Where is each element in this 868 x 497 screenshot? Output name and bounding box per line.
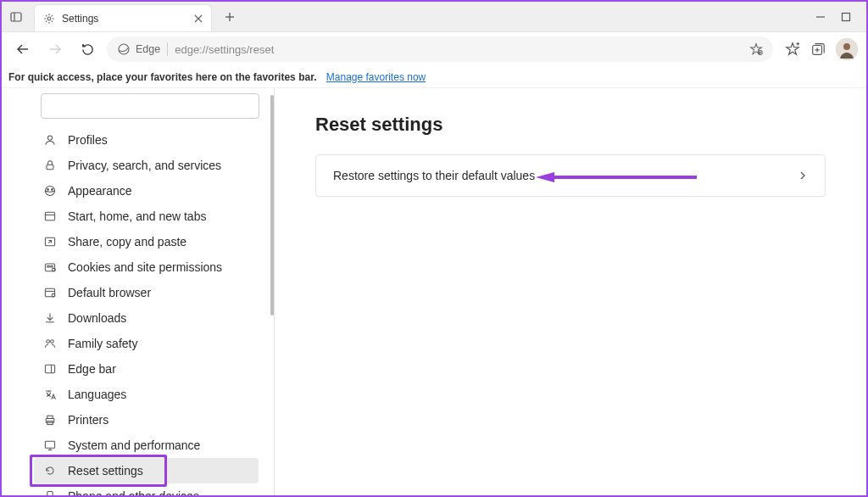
sidebar-item-label: Profiles [68,133,108,147]
cookie-icon [42,260,58,275]
maximize-button[interactable] [841,12,851,22]
restore-defaults-card[interactable]: Restore settings to their default values [315,154,826,197]
sidebar-scrollbar[interactable] [270,95,274,316]
svg-rect-32 [45,264,54,271]
appearance-icon [42,183,58,198]
close-icon[interactable] [194,14,203,23]
edgebar-icon [42,361,58,377]
page-title: Reset settings [315,114,826,136]
settings-nav-list: ProfilesPrivacy, search, and servicesApp… [34,127,259,497]
svg-point-2 [47,17,51,20]
svg-point-28 [52,189,53,191]
sidebar-item-system-and-performance[interactable]: System and performance [34,433,259,458]
phone-icon [42,489,58,497]
sidebar-item-label: Languages [68,388,126,401]
sidebar-item-label: Phone and other devices [68,489,199,497]
chevron-right-icon [798,170,808,181]
svg-rect-46 [47,416,53,418]
sidebar-item-default-browser[interactable]: Default browser [34,280,259,305]
settings-search-input[interactable] [41,93,259,119]
sidebar-item-label: System and performance [68,438,200,452]
svg-point-42 [51,340,54,343]
new-tab-button[interactable] [215,3,244,31]
svg-rect-33 [47,265,49,267]
reset-icon [42,463,58,478]
sidebar-item-label: Share, copy and paste [68,235,186,248]
svg-rect-8 [843,14,850,21]
browser-icon [42,285,58,300]
minimize-button[interactable] [815,12,826,22]
sidebar-item-profiles[interactable]: Profiles [34,127,259,153]
settings-main: Reset settings Restore settings to their… [275,88,866,495]
sidebar-item-label: Printers [68,413,108,427]
svg-rect-34 [51,265,53,267]
favorites-icon[interactable] [785,42,800,57]
window-controls [815,2,863,32]
tab-title: Settings [62,13,187,25]
tab-actions-button[interactable] [2,3,31,31]
sidebar-item-privacy-search-and-services[interactable]: Privacy, search, and services [34,153,259,178]
svg-point-26 [45,186,54,195]
site-identity[interactable]: Edge [117,42,168,56]
system-icon [42,438,58,453]
toolbar: Edge edge://settings/reset [2,32,866,66]
sidebar-item-cookies-and-site-permissions[interactable]: Cookies and site permissions [34,254,259,280]
sidebar-item-edge-bar[interactable]: Edge bar [34,356,259,382]
manage-favorites-link[interactable]: Manage favorites now [326,71,426,83]
sidebar-item-share-copy-and-paste[interactable]: Share, copy and paste [34,229,259,254]
svg-rect-25 [47,165,53,170]
sidebar-item-start-home-and-new-tabs[interactable]: Start, home, and new tabs [34,204,259,229]
svg-point-23 [843,43,850,50]
sidebar-item-appearance[interactable]: Appearance [34,178,259,204]
sidebar-item-label: Start, home, and new tabs [68,209,206,223]
sidebar-item-label: Downloads [68,311,126,325]
site-identity-label: Edge [136,43,160,55]
sidebar-item-label: Cookies and site permissions [68,260,222,274]
sidebar-item-reset-settings[interactable]: Reset settings [34,458,259,483]
languages-icon [42,387,58,402]
sidebar-item-family-safety[interactable]: Family safety [34,331,259,356]
collections-icon[interactable] [810,42,826,57]
family-icon [42,336,58,351]
sidebar-item-label: Privacy, search, and services [68,159,221,172]
svg-point-41 [47,340,50,343]
lock-icon [42,158,58,173]
svg-rect-48 [45,441,54,448]
gear-icon [43,13,55,25]
sidebar-item-label: Default browser [68,286,151,299]
svg-rect-36 [45,288,54,297]
sidebar-item-label: Reset settings [68,464,143,477]
tab-icon [42,209,58,224]
address-bar[interactable]: Edge edge://settings/reset [107,36,773,62]
restore-defaults-label: Restore settings to their default values [333,169,535,182]
tab-strip: Settings [2,2,866,32]
address-url: edge://settings/reset [175,43,743,56]
svg-rect-51 [47,491,53,497]
svg-point-27 [47,189,49,191]
refresh-button[interactable] [75,36,100,62]
svg-rect-29 [45,212,54,221]
share-icon [42,234,58,249]
download-icon [42,310,58,326]
sidebar-item-label: Edge bar [68,362,116,376]
browser-window: Settings Edge [0,0,868,497]
toolbar-actions [780,38,858,60]
svg-rect-0 [11,13,21,21]
profile-icon [42,132,58,148]
sidebar-item-downloads[interactable]: Downloads [34,305,259,331]
sidebar-item-label: Family safety [68,337,137,350]
profile-avatar[interactable] [836,38,858,60]
sidebar-item-printers[interactable]: Printers [34,407,259,433]
sidebar-item-languages[interactable]: Languages [34,382,259,407]
sidebar-item-phone-and-other-devices[interactable]: Phone and other devices [34,483,259,497]
favorites-bar: For quick access, place your favorites h… [2,66,866,88]
content-area: ProfilesPrivacy, search, and servicesApp… [2,88,866,495]
back-button[interactable] [10,36,36,62]
reading-mode-icon[interactable] [749,42,763,56]
printer-icon [42,412,58,427]
svg-point-24 [47,136,52,140]
sidebar-item-label: Appearance [68,184,132,198]
forward-button[interactable] [42,36,68,62]
browser-tab[interactable]: Settings [34,4,212,31]
favorites-bar-hint: For quick access, place your favorites h… [8,71,316,83]
